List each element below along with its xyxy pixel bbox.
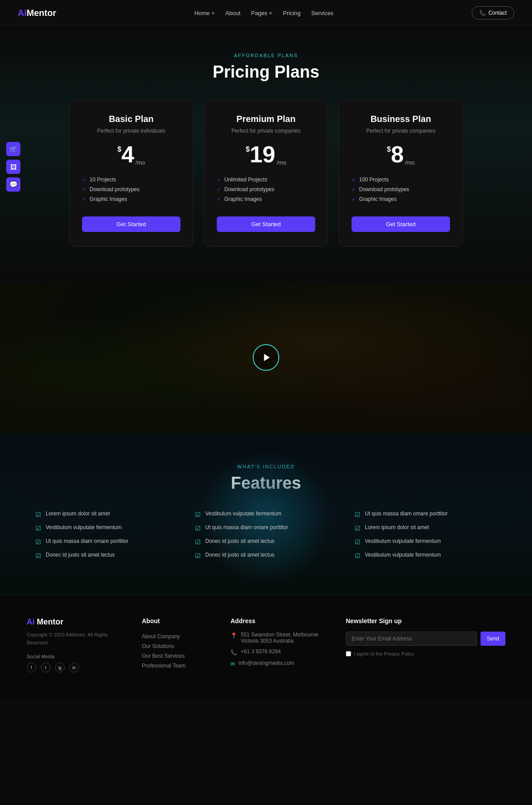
check-icon: ✓ [82, 187, 86, 192]
logo-ai: Ai [18, 8, 27, 18]
business-dollar: $ [387, 145, 391, 153]
play-button[interactable] [253, 344, 279, 371]
check-icon: ✓ [352, 187, 356, 192]
footer-address-col: Address 📍 551 Swanston Street, Melbourne… [231, 617, 328, 672]
feature-item: ☑ Vestibulum vulputate fermentum [355, 552, 497, 559]
play-icon [262, 353, 272, 362]
facebook-icon[interactable]: f [27, 663, 36, 672]
footer-email-text: info@desingmedia.com [239, 660, 294, 666]
nav-pages[interactable]: Pages + [251, 10, 272, 16]
location-icon: 📍 [231, 632, 237, 639]
basic-plan-desc: Perfect for private individuals [82, 128, 180, 134]
feature-item: ☑ Donec id justo sit amet lectus [195, 552, 337, 559]
footer-best-services[interactable]: Our Best Services [142, 651, 213, 661]
navbar: Ai Mentor Home + About Pages + Pricing S… [0, 0, 532, 26]
sidebar-image-icon[interactable]: 🖼 [6, 160, 20, 174]
logo-mentor: Mentor [27, 8, 56, 18]
check-icon: ✓ [217, 196, 221, 202]
business-price-row: $ 8 /mo [352, 143, 450, 166]
premium-plan-card: Premium Plan Perfect for private compani… [204, 99, 328, 247]
premium-get-started-button[interactable]: Get Started [217, 216, 315, 232]
footer-phone-text: +61 3 8376 6284 [241, 648, 281, 655]
business-plan-card: Business Plan Perfect for private compan… [339, 99, 463, 247]
feature-text: Lorem ipsum dolor sit amet [46, 510, 110, 517]
phone-icon: 📞 [479, 10, 486, 16]
feature-item: ✓Graphic Images [82, 194, 180, 204]
premium-dollar: $ [246, 145, 250, 153]
nav-about[interactable]: About [225, 10, 240, 16]
nav-home[interactable]: Home + [194, 10, 215, 16]
feature-check-icon: ☑ [195, 552, 201, 559]
feature-item: ✓Download prototypes [352, 185, 450, 194]
feature-item: ✓Download prototypes [217, 185, 315, 194]
feature-check-icon: ☑ [35, 525, 41, 532]
footer-our-solutions[interactable]: Our Solutions [142, 641, 213, 651]
footer-about-company[interactable]: About Company [142, 632, 213, 641]
check-icon: ✓ [217, 177, 221, 183]
feature-text: Donec id justo sit amet lectus [46, 552, 115, 558]
feature-check-icon: ☑ [355, 511, 360, 518]
pricing-section: AFFORDABLE PLANS Pricing Plans Basic Pla… [0, 26, 532, 282]
premium-plan-desc: Perfect for private companies [217, 128, 315, 134]
feature-check-icon: ☑ [195, 525, 201, 532]
twitter-icon[interactable]: t [41, 663, 51, 672]
footer-professional-team[interactable]: Professional Team [142, 661, 213, 671]
feature-item: ☑ Donec id justo sit amet lectus [35, 552, 177, 559]
sidebar-chat-icon[interactable]: 💬 [6, 177, 20, 192]
newsletter-send-button[interactable]: Send [481, 632, 505, 646]
footer-grid: Ai Mentor Copyright © 2023 AiMentor. All… [27, 617, 505, 672]
feature-item: ✓Download prototypes [82, 185, 180, 194]
nav-services[interactable]: Services [311, 10, 333, 16]
privacy-checkbox[interactable] [346, 651, 351, 656]
basic-period: /mo [136, 159, 145, 166]
basic-features: ✓10 Projects ✓Download prototypes ✓Graph… [82, 175, 180, 204]
privacy-row: I agree to the Privacy Policy [346, 651, 505, 656]
feature-text: Vestibulum vulputate fermentum [46, 524, 121, 530]
feature-check-icon: ☑ [355, 552, 360, 559]
contact-label: Contact [489, 10, 507, 16]
feature-check-icon: ☑ [355, 538, 360, 546]
linkedin-icon[interactable]: in [69, 663, 79, 672]
footer-about-col: About About Company Our Solutions Our Be… [142, 617, 213, 672]
contact-button[interactable]: 📞 Contact [472, 6, 514, 20]
feature-item: ☑ Ut quis massa diam omare porttitor [195, 524, 337, 532]
feature-item: ✓Graphic Images [352, 194, 450, 204]
nav-pricing[interactable]: Pricing [283, 10, 301, 16]
basic-plan-name: Basic Plan [82, 114, 180, 124]
social-icons: f t ig in [27, 663, 124, 672]
instagram-icon[interactable]: ig [55, 663, 65, 672]
check-icon: ✓ [352, 196, 356, 202]
feature-check-icon: ☑ [35, 511, 41, 518]
feature-item: ☑ Lorem ipsum dolor sit amet [355, 524, 497, 532]
footer-copyright: Copyright © 2023 AiMentor. All Rights Re… [27, 631, 124, 647]
business-plan-name: Business Plan [352, 114, 450, 124]
feature-item: ☑ Ut quis massa diam omare porttitor [35, 538, 177, 546]
feature-item: ☑ Vestibulum vulputate fermentum [35, 524, 177, 532]
feature-item: ✓100 Projects [352, 175, 450, 185]
business-get-started-button[interactable]: Get Started [352, 216, 450, 232]
email-icon: ✉ [231, 661, 235, 667]
business-plan-desc: Perfect for private companies [352, 128, 450, 134]
basic-get-started-button[interactable]: Get Started [82, 216, 180, 232]
newsletter-email-input[interactable] [346, 632, 477, 646]
footer: Ai Mentor Copyright © 2023 AiMentor. All… [0, 595, 532, 699]
features-grid: ☑ Lorem ipsum dolor sit amet ☑ Vestibulu… [35, 510, 497, 559]
footer-address-street: 📍 551 Swanston Street, Melbourne Victori… [231, 632, 328, 644]
footer-logo: Ai Mentor [27, 617, 124, 627]
feature-text: Vestibulum vulputate fermentum [205, 510, 281, 517]
feature-check-icon: ☑ [35, 552, 41, 559]
feature-item: ☑ Vestibulum vulputate fermentum [355, 538, 497, 546]
check-icon: ✓ [82, 177, 86, 183]
feature-item: ☑ Ut quis massa diam omare porttitor [355, 510, 497, 518]
premium-period: /mo [277, 159, 286, 166]
feature-check-icon: ☑ [195, 511, 201, 518]
business-period: /mo [405, 159, 415, 166]
sidebar-cart-icon[interactable]: 🛒 [6, 142, 20, 156]
feature-text: Vestibulum vulputate fermentum [365, 552, 441, 558]
phone-icon: 📞 [231, 649, 237, 656]
privacy-label: I agree to the Privacy Policy [354, 651, 414, 656]
pricing-tag: AFFORDABLE PLANS [18, 53, 514, 58]
basic-plan-card: Basic Plan Perfect for private individua… [69, 99, 193, 247]
footer-about-links: About Company Our Solutions Our Best Ser… [142, 632, 213, 671]
basic-amount: 4 [121, 143, 134, 166]
